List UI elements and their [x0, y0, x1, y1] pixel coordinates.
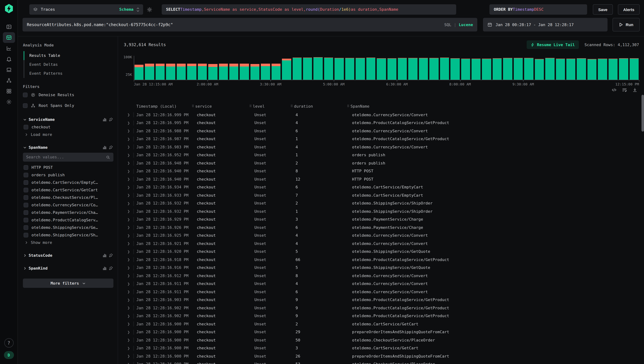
filter-group-header[interactable]: SpanKind [23, 264, 113, 272]
table-row[interactable]: ❯Jan 28 12:28:16.900 PMcheckoutUnset50ot… [124, 336, 640, 344]
histogram-bar[interactable] [145, 64, 154, 80]
checkbox[interactable] [24, 125, 28, 130]
expand-row-chevron[interactable]: ❯ [124, 128, 134, 134]
table-row[interactable]: ❯Jan 28 12:28:16.983 PMcheckoutUnset4ote… [124, 143, 640, 151]
expand-row-chevron[interactable]: ❯ [124, 209, 134, 214]
table-row[interactable]: ❯Jan 28 12:28:16.918 PMcheckoutUnset66ot… [124, 256, 640, 264]
table-row[interactable]: ❯Jan 28 12:28:16.925 PMcheckoutUnset4ote… [124, 232, 640, 240]
histogram-bar[interactable] [292, 58, 302, 80]
service-map-icon[interactable] [3, 75, 15, 86]
lucene-toggle[interactable]: Lucene [459, 22, 473, 27]
table-row[interactable]: ❯Jan 28 12:28:16.932 PMcheckoutUnset1ote… [124, 208, 640, 216]
histogram-bar[interactable] [366, 58, 375, 80]
histogram-bar[interactable] [629, 58, 639, 80]
histogram-bar[interactable] [219, 64, 228, 80]
table-row[interactable]: ❯Jan 28 12:28:16.995 PMcheckoutUnset4ote… [124, 119, 640, 127]
histogram-bar[interactable] [314, 57, 323, 80]
expand-row-chevron[interactable]: ❯ [124, 177, 134, 182]
wrap-lines-icon[interactable] [622, 87, 627, 92]
table-row[interactable]: ❯Jan 28 12:28:16.902 PMcheckoutUnset9ote… [124, 312, 640, 320]
expand-row-chevron[interactable]: ❯ [124, 354, 134, 359]
drag-handle-icon[interactable]: ⠿ [249, 104, 251, 108]
histogram-bar[interactable] [514, 58, 523, 80]
column-header-spanname[interactable]: ⠿SpanName [347, 104, 640, 108]
histogram-bar[interactable] [271, 64, 281, 80]
histogram-bar[interactable] [387, 58, 396, 80]
column-header-timestamp-local-[interactable]: Timestamp (Local) [134, 104, 192, 108]
chevron-down-icon[interactable] [23, 118, 27, 122]
date-range-picker[interactable]: Jan 28 00:28:17 - Jan 28 12:28:17 [483, 18, 607, 32]
histogram-bar[interactable] [398, 58, 407, 80]
histogram-bar[interactable] [419, 58, 428, 80]
histogram-bar[interactable] [177, 64, 186, 80]
expand-row-chevron[interactable]: ❯ [124, 241, 134, 246]
histogram-bar[interactable] [377, 58, 386, 80]
filter-group-header[interactable]: SpanName [23, 144, 113, 151]
table-row[interactable]: ❯Jan 28 12:28:16.900 PMcheckoutUnset26pr… [124, 352, 640, 360]
language-toggle[interactable]: SQL | Lucene [444, 22, 473, 27]
download-icon[interactable] [632, 87, 637, 92]
table-row[interactable]: ❯Jan 28 12:28:16.900 PMcheckoutUnset3ote… [124, 344, 640, 352]
load-more-link[interactable]: Load more [23, 131, 113, 138]
histogram-bar[interactable] [556, 59, 565, 80]
save-button[interactable]: Save [593, 4, 613, 15]
histogram-bar[interactable] [187, 64, 196, 80]
pin-icon[interactable] [109, 145, 113, 150]
checkbox[interactable] [24, 225, 28, 230]
expand-row-chevron[interactable]: ❯ [124, 153, 134, 158]
expand-row-chevron[interactable]: ❯ [124, 185, 134, 190]
table-row[interactable]: ❯Jan 28 12:28:16.932 PMcheckoutUnset2ote… [124, 199, 640, 208]
checkbox[interactable] [23, 92, 28, 97]
search-view-icon[interactable] [3, 32, 15, 43]
histogram-bar[interactable] [471, 59, 481, 80]
expand-row-chevron[interactable]: ❯ [124, 338, 134, 343]
histogram-bar[interactable] [440, 58, 449, 80]
checkbox[interactable] [24, 173, 28, 177]
histogram-bar[interactable] [545, 58, 554, 80]
histogram-bar[interactable] [566, 59, 575, 80]
histogram-bar[interactable] [450, 58, 460, 80]
table-row[interactable]: ❯Jan 28 12:28:16.900 PMcheckoutUnset29pr… [124, 328, 640, 336]
drag-handle-icon[interactable]: ⠿ [291, 104, 292, 108]
histogram-bar[interactable] [356, 58, 365, 80]
bar-chart-icon[interactable] [102, 266, 107, 270]
filter-group-header[interactable]: ServiceName [23, 116, 113, 123]
expand-row-chevron[interactable]: ❯ [124, 161, 134, 166]
analysis-mode-item[interactable]: Event Deltas [24, 60, 113, 69]
histogram-bar[interactable] [229, 64, 238, 80]
resume-live-tail-button[interactable]: Resume Live Tail [526, 40, 579, 49]
expand-row-chevron[interactable]: ❯ [124, 298, 134, 302]
settings-gear-icon[interactable] [3, 96, 15, 107]
expand-row-chevron[interactable]: ❯ [124, 282, 134, 286]
histogram-bar[interactable] [324, 58, 333, 80]
expand-row-chevron[interactable]: ❯ [124, 314, 134, 318]
load-more-link[interactable]: Show more [23, 239, 113, 246]
analysis-mode-item[interactable]: Results Table [24, 51, 113, 60]
checkbox[interactable] [24, 180, 28, 185]
alerts-bell-icon[interactable] [3, 54, 15, 64]
checkbox[interactable] [24, 218, 28, 222]
expand-row-chevron[interactable]: ❯ [124, 330, 134, 335]
more-filters-button[interactable]: More filters [23, 278, 113, 288]
histogram-bar[interactable] [535, 59, 544, 80]
values-search-input[interactable]: Search values... [23, 153, 113, 162]
checkbox[interactable] [24, 195, 28, 200]
expand-row-chevron[interactable]: ❯ [124, 145, 134, 150]
chevron-down-icon[interactable] [23, 145, 27, 149]
checkbox[interactable] [24, 203, 28, 208]
table-row[interactable]: ❯Jan 28 12:28:16.911 PMcheckoutUnset6ote… [124, 288, 640, 296]
table-row[interactable]: ❯Jan 28 12:28:16.920 PMcheckoutUnset5ote… [124, 248, 640, 256]
sessions-icon[interactable] [3, 64, 15, 75]
column-header-service[interactable]: ⠿service [192, 104, 249, 108]
bar-chart-icon[interactable] [102, 145, 107, 150]
filter-group-header[interactable]: StatusCode [23, 251, 113, 259]
table-row[interactable]: ❯Jan 28 12:28:16.929 PMcheckoutUnset3ote… [124, 216, 640, 224]
bar-chart-icon[interactable] [102, 117, 107, 122]
histogram-bar[interactable] [429, 58, 439, 80]
histogram-bar[interactable] [345, 58, 354, 80]
histogram-bar[interactable] [198, 64, 207, 80]
app-logo-icon[interactable] [4, 4, 14, 14]
chevron-right-icon[interactable] [23, 266, 27, 270]
column-header-level[interactable]: ⠿level [249, 104, 291, 108]
histogram-bar[interactable] [282, 59, 291, 80]
